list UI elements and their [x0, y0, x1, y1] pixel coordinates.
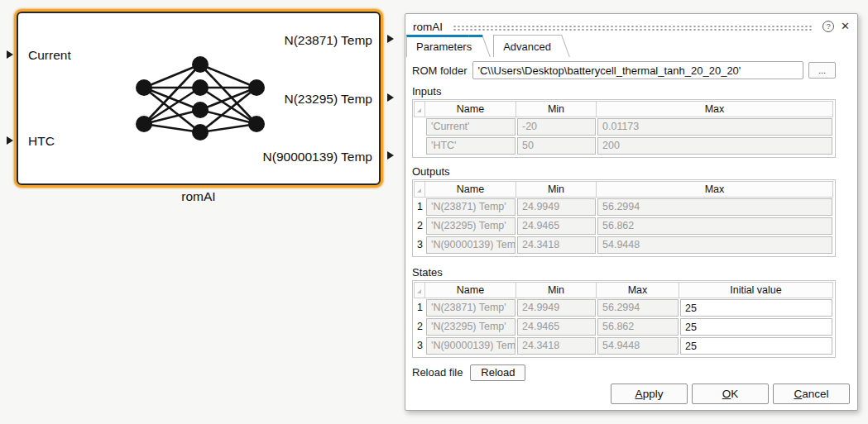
input-port-label-current: Current: [28, 48, 71, 63]
tab-parameters-label: Parameters: [416, 40, 472, 53]
cell-max: 200: [597, 137, 832, 155]
reload-button[interactable]: Reload: [470, 364, 525, 381]
cell-min: -20: [517, 118, 596, 136]
input-port-arrow-2[interactable]: [7, 136, 13, 145]
neural-network-icon: [126, 51, 275, 145]
row-number: [414, 137, 425, 155]
cancel-button-label: Cancel: [794, 388, 828, 400]
block-name-label: romAI: [17, 189, 381, 204]
output-port-arrow-2[interactable]: [387, 93, 394, 102]
cell-min: 24.9949: [517, 299, 596, 317]
apply-button[interactable]: Apply: [611, 384, 688, 404]
block-parameters-dialog: romAI ? ✕ Parameters Advanced ROM folder…: [405, 13, 858, 411]
ok-button-label: OK: [722, 388, 739, 400]
cell-min: 24.9949: [517, 198, 596, 216]
table-corner-cell: [414, 282, 425, 298]
reload-file-label: Reload file: [412, 366, 463, 379]
rom-folder-row: ROM folder ...: [412, 61, 836, 79]
column-header-initial-value: Initial value: [679, 282, 833, 298]
initial-value-input[interactable]: [680, 299, 832, 317]
reload-row: Reload file Reload: [412, 364, 836, 381]
output-port-label-3: N(90000139) Temp: [263, 150, 372, 164]
simulink-canvas: Current HTC N(23871) Temp N(23295) Temp …: [0, 0, 868, 424]
outputs-section-label: Outputs: [412, 165, 836, 178]
output-port-arrow-1[interactable]: [387, 35, 394, 43]
rom-folder-input[interactable]: [472, 61, 803, 79]
cell-min: 24.3418: [517, 236, 596, 254]
cell-name: 'N(23871) Temp': [426, 198, 516, 216]
dialog-title: romAI: [413, 21, 443, 33]
column-header-name: Name: [425, 101, 516, 117]
romai-block[interactable]: Current HTC N(23871) Temp N(23295) Temp …: [17, 12, 381, 185]
cell-max: 0.01173: [597, 118, 832, 136]
states-section-label: States: [412, 266, 836, 279]
table-corner-cell: [414, 181, 425, 198]
inputs-section-label: Inputs: [412, 85, 836, 98]
row-number: 3: [414, 236, 425, 254]
output-port-label-2: N(23295) Temp: [284, 92, 372, 107]
browse-button[interactable]: ...: [808, 62, 836, 79]
cell-name: 'N(23295) Temp': [426, 318, 516, 336]
cell-name: 'N(23295) Temp': [426, 217, 516, 235]
row-number: 1: [414, 198, 425, 216]
outputs-table: Name Min Max 1 'N(23871) Temp' 24.9949 5…: [412, 179, 836, 257]
cell-name: 'N(90000139) Temp': [426, 236, 516, 254]
states-table: Name Min Max Initial value 1 'N(23871) T…: [412, 280, 836, 358]
row-number: 2: [414, 318, 425, 336]
table-corner-cell: [414, 101, 425, 117]
column-header-name: Name: [425, 282, 516, 298]
cell-max: 56.2994: [597, 299, 679, 317]
output-port-label-1: N(23871) Temp: [284, 33, 372, 48]
column-header-max: Max: [597, 181, 833, 198]
cell-name: 'HTC': [426, 137, 516, 155]
cell-name: 'N(23871) Temp': [426, 299, 516, 317]
tab-strip: Parameters Advanced: [406, 35, 857, 57]
cell-name: 'Current': [426, 118, 516, 136]
column-header-min: Min: [516, 181, 597, 198]
help-icon[interactable]: ?: [822, 21, 834, 32]
dialog-footer-buttons: Apply OK Cancel: [611, 384, 850, 404]
column-header-min: Min: [516, 282, 597, 298]
apply-button-label: Apply: [635, 388, 664, 400]
cell-max: 56.2994: [597, 198, 832, 216]
inputs-table: Name Min Max 'Current' -20 0.01173 'HTC'…: [412, 99, 836, 158]
column-header-max: Max: [597, 282, 679, 298]
tab-advanced-label: Advanced: [503, 40, 551, 53]
drag-handle-dots[interactable]: [453, 25, 813, 31]
tab-advanced[interactable]: Advanced: [493, 35, 554, 57]
row-number: 3: [414, 337, 425, 355]
dialog-titlebar: romAI ? ✕: [405, 14, 857, 35]
rom-folder-label: ROM folder: [412, 64, 467, 77]
row-number: [414, 118, 425, 136]
cancel-button[interactable]: Cancel: [773, 384, 850, 404]
cell-max: 54.9448: [597, 236, 832, 254]
cell-min: 24.9465: [517, 217, 596, 235]
cell-max: 56.862: [597, 217, 832, 235]
output-port-arrow-3[interactable]: [387, 151, 394, 160]
cell-name: 'N(90000139) Temp': [426, 337, 516, 355]
cell-max: 56.862: [597, 318, 679, 336]
input-port-label-htc: HTC: [28, 134, 55, 149]
column-header-min: Min: [516, 101, 597, 117]
row-number: 1: [414, 299, 425, 317]
column-header-name: Name: [425, 181, 516, 198]
input-port-arrow-1[interactable]: [7, 50, 13, 59]
ok-button[interactable]: OK: [692, 384, 769, 404]
close-icon[interactable]: ✕: [841, 21, 850, 32]
tab-parameters[interactable]: Parameters: [406, 35, 475, 57]
initial-value-input[interactable]: [680, 337, 832, 355]
initial-value-input[interactable]: [680, 318, 832, 336]
cell-min: 24.9465: [517, 318, 596, 336]
cell-min: 24.3418: [517, 337, 596, 355]
row-number: 2: [414, 217, 425, 235]
cell-max: 54.9448: [597, 337, 679, 355]
column-header-max: Max: [597, 101, 833, 117]
dialog-content: ROM folder ... Inputs Name Min Max 'Curr…: [405, 61, 857, 381]
cell-min: 50: [517, 137, 596, 155]
